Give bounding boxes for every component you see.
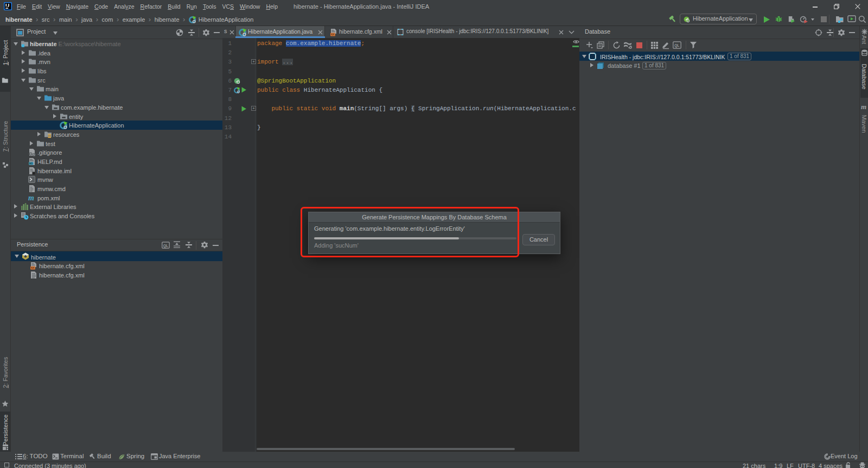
svg-text:<>: <> (31, 267, 34, 270)
svg-text:MD: MD (29, 162, 34, 165)
svg-text:<>: <> (331, 33, 334, 36)
svg-text:QL: QL (674, 43, 679, 48)
svg-text:QL: QL (163, 244, 168, 248)
